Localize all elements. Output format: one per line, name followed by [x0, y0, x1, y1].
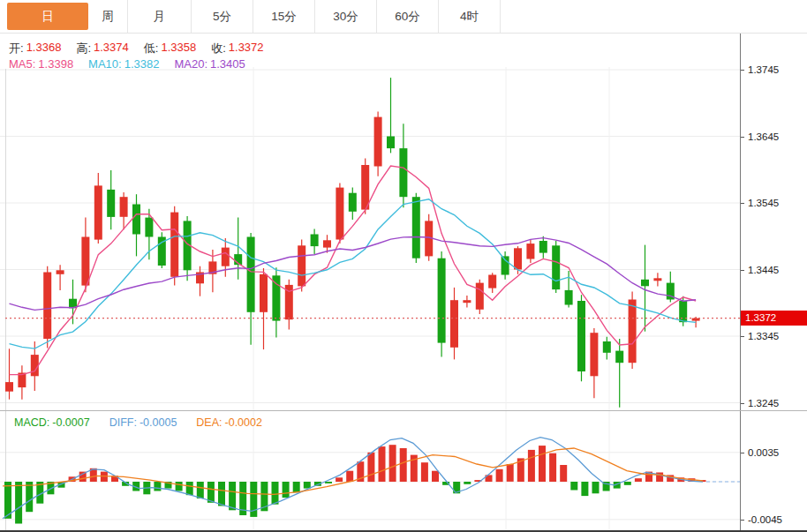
tab-5分[interactable]: 5分 [192, 0, 253, 33]
tab-月[interactable]: 月 [128, 0, 192, 33]
current-price-badge: 1.3372 [741, 311, 807, 326]
price-axis-label: 1.3745 [748, 64, 779, 75]
macd-panel: MACD:-0.0007 DIFF:-0.0005 DEA:-0.0002 0.… [0, 410, 807, 532]
price-axis-label: 1.3445 [748, 265, 779, 275]
axis-tick [741, 403, 744, 404]
tab-60分[interactable]: 60分 [377, 0, 439, 33]
axis-tick [741, 520, 744, 521]
stock-chart-app: 日周月5分15分30分60分4时 开:1.3368 高:1.3374 低:1.3… [0, 0, 807, 532]
tab-4时[interactable]: 4时 [439, 0, 501, 33]
axis-tick [741, 453, 744, 453]
axis-tick [741, 270, 744, 271]
macd-axis-label: 0.0035 [748, 447, 779, 458]
candlestick-chart[interactable] [0, 34, 807, 410]
macd-axis: 0.0035-0.0045 [740, 411, 807, 530]
price-axis-label: 1.3645 [748, 131, 779, 142]
tab-15分[interactable]: 15分 [253, 0, 315, 33]
price-axis-label: 1.3345 [748, 331, 779, 341]
price-axis-label: 1.3245 [748, 398, 779, 408]
macd-chart[interactable] [0, 411, 807, 530]
timeframe-tabs: 日周月5分15分30分60分4时 [0, 0, 807, 34]
macd-axis-label: -0.0045 [748, 514, 782, 525]
axis-tick [741, 203, 744, 204]
main-chart-panel: 开:1.3368 高:1.3374 低:1.3358 收:1.3372 MA5:… [0, 34, 807, 410]
price-axis: 1.3372 1.37451.36451.35451.34451.33451.3… [740, 34, 807, 410]
axis-tick [741, 70, 744, 71]
tab-日[interactable]: 日 [7, 3, 88, 30]
price-axis-label: 1.3545 [748, 198, 779, 208]
axis-tick [741, 336, 744, 337]
axis-tick [741, 137, 744, 138]
tab-周[interactable]: 周 [88, 0, 128, 33]
tab-30分[interactable]: 30分 [315, 0, 377, 33]
